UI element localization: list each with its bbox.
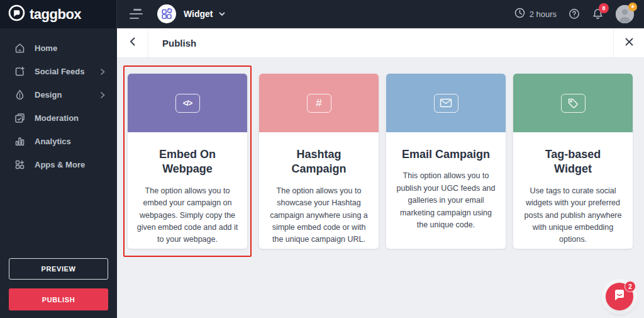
close-icon [625, 37, 634, 49]
analytics-icon [14, 136, 25, 147]
help-icon[interactable] [569, 8, 580, 20]
design-icon [14, 89, 25, 101]
chat-bubble-icon [613, 288, 626, 305]
page-title: Publish [162, 38, 196, 48]
sidebar-actions: PREVIEW PUBLISH [0, 258, 117, 318]
logo[interactable]: taggbox [0, 0, 117, 28]
card-body: Hashtag Campaign The option allows you t… [259, 132, 379, 246]
card-description: This option allows you to publish your U… [394, 170, 497, 231]
home-icon [14, 43, 25, 54]
logo-text: taggbox [30, 6, 81, 23]
app-window: taggbox Widget [0, 0, 644, 318]
sidebar-item-label: Apps & More [35, 160, 85, 169]
topbar-right: 2 hours 8 [514, 5, 634, 23]
apps-more-icon [14, 159, 25, 171]
widget-selector-label[interactable]: Widget [184, 9, 213, 19]
hashtag-icon: # [307, 94, 331, 113]
card-header [386, 74, 506, 132]
menu-icon[interactable] [130, 9, 143, 19]
card-title: Embed On Webpage [140, 147, 235, 177]
selection-highlight: </> Embed On Webpage The option allows y… [123, 65, 252, 257]
code-icon: </> [175, 94, 200, 113]
moderation-icon [14, 113, 25, 124]
preview-button[interactable]: PREVIEW [9, 258, 108, 280]
star-badge-icon: ★ [628, 3, 637, 11]
card-description: The option allows you to showcase your H… [267, 185, 370, 246]
back-button[interactable] [117, 28, 148, 57]
topbar: taggbox Widget [0, 0, 644, 28]
card-embed-on-webpage[interactable]: </> Embed On Webpage The option allows y… [128, 74, 247, 249]
avatar[interactable]: ★ [616, 5, 634, 23]
chevron-left-icon [128, 37, 138, 49]
sidebar-item-label: Moderation [35, 113, 79, 123]
taggbox-logo-icon [8, 4, 25, 24]
card-header: </> [128, 74, 247, 132]
session-timer[interactable]: 2 hours [514, 8, 557, 20]
clock-icon [514, 8, 525, 20]
sidebar-item-social-feeds[interactable]: Social Feeds [0, 60, 117, 83]
topbar-main: Widget 2 hours [117, 0, 644, 28]
card-body: Embed On Webpage The option allows you t… [128, 132, 247, 246]
notifications-bell[interactable]: 8 [592, 8, 604, 20]
chevron-right-icon [99, 68, 106, 76]
card-description: The option allows you to embed your camp… [136, 185, 239, 246]
card-header: # [259, 74, 379, 132]
sidebar-item-label: Analytics [35, 137, 71, 146]
sidebar-item-home[interactable]: Home [0, 37, 117, 60]
card-body: Email Campaign This option allows you to… [386, 132, 506, 231]
sidebar: Home Social Feeds Design [0, 28, 117, 318]
publish-option-cards: </> Embed On Webpage The option allows y… [123, 65, 633, 257]
chat-launcher-button[interactable]: 2 [606, 283, 633, 310]
email-icon [434, 94, 458, 113]
widget-icon[interactable] [157, 4, 176, 23]
card-description: Use tags to curate social widgets with y… [521, 185, 625, 246]
card-body: Tag-based Widget Use tags to curate soci… [513, 132, 633, 246]
card-title: Tag-based Widget [525, 147, 621, 177]
card-header [513, 74, 633, 132]
card-tag-based-widget[interactable]: Tag-based Widget Use tags to curate soci… [513, 74, 633, 249]
tag-icon [561, 94, 586, 113]
sidebar-item-label: Home [35, 43, 57, 53]
card-title: Email Campaign [398, 147, 494, 162]
publish-options-panel: </> Embed On Webpage The option allows y… [117, 58, 644, 318]
social-feeds-icon [14, 66, 25, 77]
publish-button[interactable]: PUBLISH [9, 288, 108, 310]
sidebar-item-apps-more[interactable]: Apps & More [0, 153, 117, 176]
chevron-right-icon [99, 91, 106, 99]
card-hashtag-campaign[interactable]: # Hashtag Campaign The option allows you… [259, 74, 379, 249]
sidebar-item-moderation[interactable]: Moderation [0, 106, 117, 130]
sidebar-item-label: Social Feeds [35, 67, 84, 76]
panel-header: Publish [117, 28, 644, 58]
card-title: Hashtag Campaign [271, 147, 367, 177]
sidebar-item-analytics[interactable]: Analytics [0, 130, 117, 153]
sidebar-nav: Home Social Feeds Design [0, 28, 117, 176]
close-button[interactable] [613, 28, 644, 57]
chat-badge: 2 [625, 281, 636, 292]
notification-badge: 8 [599, 3, 609, 13]
chevron-down-icon[interactable] [218, 9, 226, 18]
session-time-label: 2 hours [530, 9, 557, 19]
card-email-campaign[interactable]: Email Campaign This option allows you to… [386, 74, 506, 249]
sidebar-item-design[interactable]: Design [0, 83, 117, 106]
sidebar-item-label: Design [35, 90, 62, 99]
